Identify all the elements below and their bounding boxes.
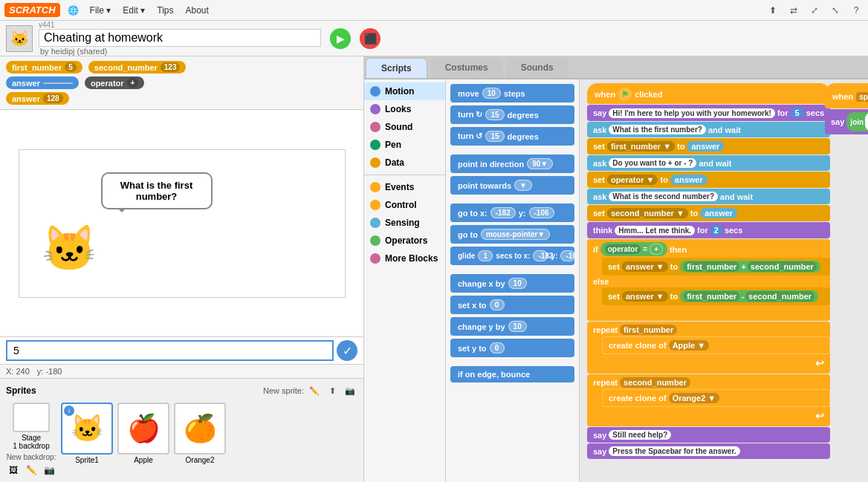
repeat-arrow-1: ↩ xyxy=(815,357,824,369)
apple-item[interactable]: 🍎 Apple xyxy=(117,403,169,478)
help-icon[interactable]: ? xyxy=(849,3,864,18)
tab-scripts[interactable]: Scripts xyxy=(366,58,427,78)
script-canvas[interactable]: when ⚑ clicked say Hi! I'm here to help … xyxy=(580,79,868,482)
variable-operator[interactable]: operator + xyxy=(85,76,144,89)
category-operators[interactable]: Operators xyxy=(364,232,445,250)
block-point-towards[interactable]: point towards ▼ xyxy=(450,176,574,195)
if-plus-sign: + xyxy=(650,244,663,255)
block-set-x[interactable]: set x to 0 xyxy=(450,296,574,314)
answer-input[interactable] xyxy=(6,340,334,361)
block-set-first[interactable]: set first_number ▼ to answer xyxy=(587,138,830,154)
block-repeat-first[interactable]: repeat first_number create clone of Appl… xyxy=(587,322,830,374)
block-set-answer-sub[interactable]: set answer ▼ to first_number - second_nu… xyxy=(602,287,830,305)
block-gap-1 xyxy=(450,149,574,152)
repeat-second-end: ↩ xyxy=(602,408,830,423)
upload-backdrop-button[interactable]: ✏️ xyxy=(24,463,39,478)
stop-button[interactable]: ⬛ xyxy=(360,28,380,49)
block-change-x[interactable]: change x by 10 xyxy=(450,274,574,293)
stage-item[interactable]: Stage1 backdrop New backdrop: 🖼 ✏️ 📷 xyxy=(6,403,56,478)
camera-backdrop-button[interactable]: 📷 xyxy=(42,463,56,478)
block-when-space[interactable]: when space key p... xyxy=(825,83,868,108)
green-flag-button[interactable]: ▶ xyxy=(330,28,351,49)
category-pen[interactable]: Pen xyxy=(364,136,445,154)
tab-sounds[interactable]: Sounds xyxy=(506,58,569,78)
control-label: Control xyxy=(385,200,417,210)
block-set-operator[interactable]: set operator ▼ to answer xyxy=(587,172,830,188)
sprite1-badge: i xyxy=(64,406,74,416)
block-say-spacebar[interactable]: say Press the Spacebar for the answer. xyxy=(587,443,830,459)
category-data[interactable]: Data xyxy=(364,154,445,172)
shrink-icon[interactable]: ⤡ xyxy=(828,3,843,18)
sprite1-item[interactable]: i 🐱 Sprite1 xyxy=(61,403,113,478)
block-set-second[interactable]: set second_number ▼ to answer xyxy=(587,205,830,221)
block-ask-second[interactable]: ask What is the second number? and wait xyxy=(587,189,830,204)
block-change-y[interactable]: change y by 10 xyxy=(450,317,574,336)
menu-about[interactable]: About xyxy=(183,4,212,17)
script-group-1: when ⚑ clicked say Hi! I'm here to help … xyxy=(587,83,830,459)
menu-edit[interactable]: Edit ▾ xyxy=(120,4,148,17)
say-text: Hi! I'm here to help you with your homew… xyxy=(609,108,775,118)
ask-operator-text: Do you want to + or - ? xyxy=(609,158,696,168)
upload-icon[interactable]: ⬆ xyxy=(765,3,780,18)
block-set-y[interactable]: set y to 0 xyxy=(450,339,574,357)
looks-label: Looks xyxy=(385,104,411,114)
orange2-item[interactable]: 🍊 Orange2 xyxy=(174,403,226,478)
category-motion[interactable]: Motion xyxy=(364,82,445,100)
project-title-input[interactable] xyxy=(39,29,321,47)
paint-sprite-button[interactable]: ✏️ xyxy=(307,383,322,398)
upload-sprite-button[interactable]: ⬆ xyxy=(325,383,340,398)
paint-backdrop-button[interactable]: 🖼 xyxy=(6,463,21,478)
fullscreen-icon[interactable]: ⇄ xyxy=(786,3,801,18)
tab-costumes[interactable]: Costumes xyxy=(430,58,503,78)
answer-submit-button[interactable]: ✓ xyxy=(337,340,357,361)
variable-second-number[interactable]: second_number 123 xyxy=(88,61,187,74)
first-number-oval: first_number xyxy=(684,261,739,272)
block-if-on-edge[interactable]: if on edge, bounce xyxy=(450,366,574,382)
block-point-direction[interactable]: point in direction 90▼ xyxy=(450,154,574,173)
repeat-second-row: repeat second_number xyxy=(587,377,830,388)
block-create-clone-orange[interactable]: create clone of Orange2 ▼ xyxy=(602,389,830,407)
block-repeat-second[interactable]: repeat second_number create clone of Ora… xyxy=(587,374,830,426)
category-events[interactable]: Events xyxy=(364,178,445,196)
variable-answer-blue[interactable]: answer xyxy=(6,76,79,89)
repeat-second-val: second_number xyxy=(620,377,690,388)
category-sensing[interactable]: Sensing xyxy=(364,214,445,232)
block-if-then[interactable]: if operator = + then set answer ▼ to fir… xyxy=(587,239,830,321)
block-say-still[interactable]: say Still need help? xyxy=(587,427,830,443)
variable-answer-128[interactable]: answer 128 xyxy=(6,92,69,105)
expand-icon[interactable]: ⤢ xyxy=(807,3,822,18)
block-say-join[interactable]: say join The answe... xyxy=(825,109,868,134)
backdrop-icons: 🖼 ✏️ 📷 xyxy=(6,463,56,478)
block-set-answer-add[interactable]: set answer ▼ to first_number + second_nu… xyxy=(602,258,830,276)
variable-first-number[interactable]: first_number 5 xyxy=(6,61,82,74)
menu-tips[interactable]: Tips xyxy=(154,4,176,17)
add-expression: first_number + second_number xyxy=(680,261,820,273)
category-more-blocks[interactable]: More Blocks xyxy=(364,250,445,267)
block-think[interactable]: think Hmm... Let me think. for 2 secs xyxy=(587,222,830,238)
category-looks[interactable]: Looks xyxy=(364,100,445,118)
stage-canvas[interactable]: What is the first number? 🐱 xyxy=(19,149,346,298)
globe-icon[interactable]: 🌐 xyxy=(66,3,81,18)
block-when-flag[interactable]: when ⚑ clicked xyxy=(587,83,830,104)
flag-symbol: ⚑ xyxy=(618,88,632,101)
set-answer-var: answer ▼ xyxy=(622,261,668,272)
block-create-clone-apple[interactable]: create clone of Apple ▼ xyxy=(602,336,830,354)
block-go-to[interactable]: go to mouse-pointer▼ xyxy=(450,225,574,244)
block-turn-ccw[interactable]: turn ↺ 15 degrees xyxy=(450,127,574,146)
block-ask-operator[interactable]: ask Do you want to + or - ? and wait xyxy=(587,155,830,171)
data-label: Data xyxy=(385,157,404,168)
scratch-logo[interactable]: SCRATCH xyxy=(4,3,60,17)
camera-sprite-button[interactable]: 📷 xyxy=(343,383,357,398)
category-sound[interactable]: Sound xyxy=(364,118,445,136)
projectbar: 🐱 v441 by heidipj (shared) ▶ ⬛ xyxy=(0,21,868,56)
block-ask-first[interactable]: ask What is the first number? and wait xyxy=(587,122,830,137)
block-say-hi[interactable]: say Hi! I'm here to help you with your h… xyxy=(587,105,830,121)
category-control[interactable]: Control xyxy=(364,196,445,214)
menu-file[interactable]: File ▾ xyxy=(87,4,114,17)
block-move[interactable]: move 10 steps xyxy=(450,84,574,102)
variables-row-2: answer operator + xyxy=(6,76,357,89)
block-turn-cw[interactable]: turn ↻ 15 degrees xyxy=(450,105,574,124)
block-go-to-xy[interactable]: go to x: -182 y: -106 xyxy=(450,203,574,222)
block-glide[interactable]: glide 1 secs to x: -182 y: -106 xyxy=(450,247,574,265)
new-sprite-controls: New sprite: ✏️ ⬆ 📷 xyxy=(263,383,357,398)
